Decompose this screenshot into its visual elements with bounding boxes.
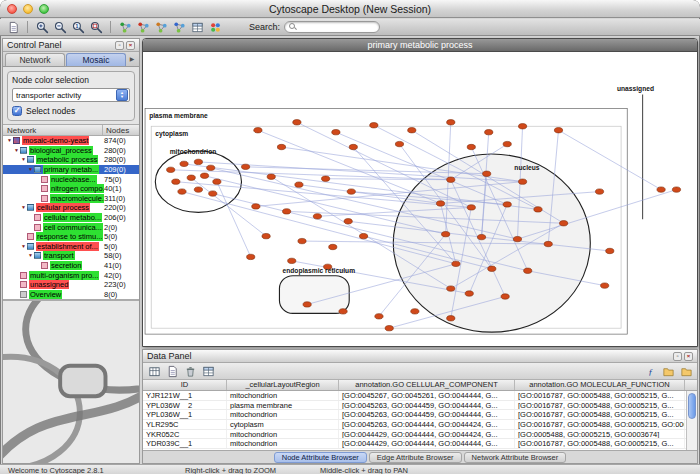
network-node[interactable] xyxy=(247,254,255,259)
network-node[interactable] xyxy=(606,248,614,253)
scrollbar-thumb[interactable] xyxy=(688,393,696,419)
network-node[interactable] xyxy=(313,214,321,219)
network-node[interactable] xyxy=(657,187,665,192)
expander-icon[interactable]: ▼ xyxy=(20,155,27,164)
network-view-title[interactable]: primary metabolic process xyxy=(143,39,697,52)
create-attribute-icon[interactable] xyxy=(164,364,180,378)
select-first-neighbors-icon[interactable] xyxy=(153,20,169,34)
network-node[interactable] xyxy=(339,309,347,314)
network-node[interactable] xyxy=(180,161,188,166)
tab-network[interactable]: Network xyxy=(5,53,65,66)
network-node[interactable] xyxy=(344,219,352,224)
tab-edge-attribute-browser[interactable]: Edge Attribute Browser xyxy=(369,452,462,463)
tree-item-overview[interactable]: Overview8(0) xyxy=(3,290,139,300)
network-node[interactable] xyxy=(501,294,509,299)
close-data-panel-icon[interactable]: × xyxy=(684,352,693,361)
network-node[interactable] xyxy=(322,176,330,181)
tree-item-macromolecule[interactable]: macromolecule...311(0) xyxy=(3,194,139,204)
network-node[interactable] xyxy=(288,258,296,263)
network-node[interactable] xyxy=(503,202,511,207)
birds-eye-view[interactable] xyxy=(3,300,139,463)
expander-icon[interactable]: ▼ xyxy=(13,146,20,155)
vizmapper-icon[interactable] xyxy=(207,20,223,34)
column-header-cellularlayoutregion[interactable]: _cellularLayoutRegion xyxy=(227,380,339,390)
tree-item-biological-process[interactable]: ▼biological_process280(0) xyxy=(3,146,139,156)
network-node[interactable] xyxy=(194,159,202,164)
network-node[interactable] xyxy=(483,171,491,176)
network-node[interactable] xyxy=(503,141,511,146)
expander-icon[interactable]: ▼ xyxy=(6,136,13,145)
network-node[interactable] xyxy=(554,128,562,133)
network-node[interactable] xyxy=(349,144,357,149)
network-node[interactable] xyxy=(395,141,403,146)
table-row[interactable]: YJR121W__1mitochondrion[GO:0045267, GO:0… xyxy=(143,391,697,401)
network-node[interactable] xyxy=(267,174,275,179)
delete-attribute-icon[interactable] xyxy=(182,364,198,378)
export-attribute-file-icon[interactable] xyxy=(678,364,694,378)
expander-icon[interactable]: ▼ xyxy=(20,242,27,251)
window-titlebar[interactable]: Cytoscape Desktop (New Session) xyxy=(0,0,700,18)
float-panel-icon[interactable]: ▫ xyxy=(115,41,124,50)
network-node[interactable] xyxy=(560,221,568,226)
network-node[interactable] xyxy=(447,120,455,125)
network-node[interactable] xyxy=(447,286,455,291)
network-node[interactable] xyxy=(524,268,532,273)
network-node[interactable] xyxy=(370,123,378,128)
network-node[interactable] xyxy=(252,204,260,209)
import-network-icon[interactable] xyxy=(5,20,21,34)
network-node[interactable] xyxy=(241,164,249,169)
minimize-window-button[interactable] xyxy=(23,4,33,14)
search-input[interactable] xyxy=(284,21,380,33)
network-node[interactable] xyxy=(298,238,306,243)
zoom-fit-content-icon[interactable] xyxy=(88,20,104,34)
tree-item-multi-organism-pro[interactable]: multi-organism pro...42(0) xyxy=(3,270,139,280)
network-node[interactable] xyxy=(167,167,175,172)
zoom-one-to-one-icon[interactable]: 1 xyxy=(70,20,86,34)
network-canvas[interactable]: plasma membranecytoplasmmitochondrionnuc… xyxy=(143,53,697,346)
tree-item-cellular-process[interactable]: ▼cellular process220(0) xyxy=(3,203,139,213)
node-color-dropdown[interactable]: transporter activity ▲▼ xyxy=(12,88,130,102)
network-edge[interactable] xyxy=(217,182,251,257)
tree-item-mosaic-demo-yeast[interactable]: ▼mosaic-demo-yeast874(0) xyxy=(3,136,139,146)
network-node[interactable] xyxy=(187,175,195,180)
network-node[interactable] xyxy=(293,120,301,125)
import-attribute-file-icon[interactable] xyxy=(660,364,676,378)
close-window-button[interactable] xyxy=(7,4,17,14)
network-node[interactable] xyxy=(194,187,202,192)
table-row[interactable]: YPL036W__1mitochondrion[GO:0045263, GO:0… xyxy=(143,410,697,420)
tree-item-unassigned[interactable]: unassigned223(0) xyxy=(3,280,139,290)
column-header-annotation-go-cellular-component[interactable]: annotation.GO CELLULAR_COMPONENT xyxy=(339,380,515,390)
tree-item-transport[interactable]: ▼transport58(0) xyxy=(3,251,139,261)
region-endoplasmic-reticulum[interactable] xyxy=(279,276,349,314)
tree-item-secretion[interactable]: secretion41(0) xyxy=(3,261,139,271)
network-node[interactable] xyxy=(534,207,542,212)
network-node[interactable] xyxy=(411,309,419,314)
new-network-from-selection-icon[interactable] xyxy=(171,20,187,34)
expander-icon[interactable]: ▼ xyxy=(20,203,27,212)
float-data-panel-icon[interactable]: ▫ xyxy=(673,352,682,361)
show-all-icon[interactable] xyxy=(117,20,133,34)
expander-icon[interactable]: ▼ xyxy=(27,251,34,260)
network-node[interactable] xyxy=(207,165,215,170)
network-node[interactable] xyxy=(375,314,383,319)
network-node[interactable] xyxy=(488,266,496,271)
network-node[interactable] xyxy=(595,189,603,194)
network-node[interactable] xyxy=(672,187,680,192)
network-node[interactable] xyxy=(513,236,521,241)
network-node[interactable] xyxy=(477,234,485,239)
column-header-annotation-go-molecular-function[interactable]: annotation.GO MOLECULAR_FUNCTION xyxy=(515,380,685,390)
network-node[interactable] xyxy=(485,130,493,135)
network-node[interactable] xyxy=(408,128,416,133)
import-attributes-icon[interactable] xyxy=(200,364,216,378)
expander-icon[interactable]: ▼ xyxy=(27,165,34,174)
table-row[interactable]: YLR295Ccytoplasm[GO:0045263, GO:0044444,… xyxy=(143,420,697,430)
network-node[interactable] xyxy=(200,173,208,178)
zoom-in-icon[interactable] xyxy=(34,20,50,34)
table-scrollbar[interactable] xyxy=(686,391,697,450)
hide-selected-icon[interactable] xyxy=(135,20,151,34)
network-node[interactable] xyxy=(329,244,337,249)
table-row[interactable]: YPL036W__2plasma membrane[GO:0045263, GO… xyxy=(143,401,697,411)
import-table-icon[interactable] xyxy=(189,20,205,34)
tab-network-attribute-browser[interactable]: Network Attribute Browser xyxy=(464,452,567,463)
network-node[interactable] xyxy=(452,261,460,266)
